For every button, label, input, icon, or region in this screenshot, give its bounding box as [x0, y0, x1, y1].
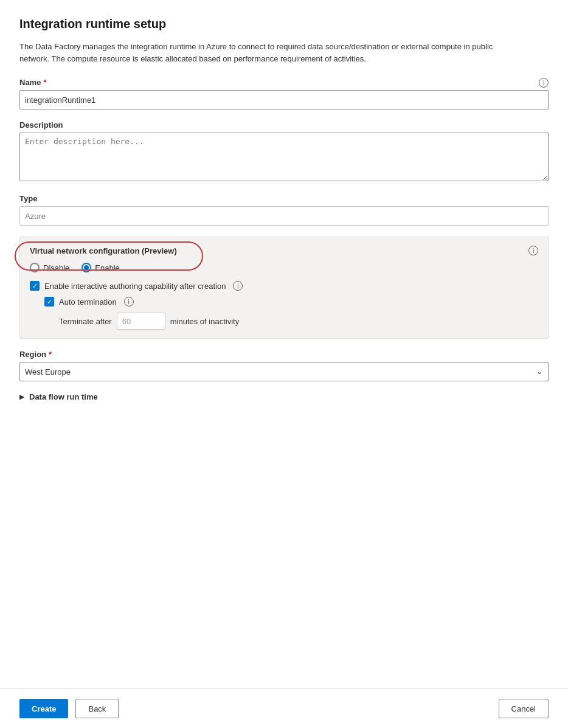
interactive-authoring-row: ✓ Enable interactive authoring capabilit…: [30, 281, 538, 291]
vnet-enable-option[interactable]: Enable: [81, 263, 119, 272]
region-select-wrapper: West Europe East US West US ⌄: [19, 362, 549, 381]
name-field-group: Name * i: [19, 78, 549, 109]
cancel-button[interactable]: Cancel: [499, 699, 549, 718]
vnet-disable-radio[interactable]: [30, 263, 40, 272]
type-input: [19, 206, 549, 226]
vnet-disable-option[interactable]: Disable: [30, 263, 69, 272]
terminate-row: Terminate after minutes of inactivity: [59, 313, 538, 330]
terminate-suffix: minutes of inactivity: [170, 317, 239, 326]
name-info-icon[interactable]: i: [539, 78, 549, 88]
vnet-enable-radio-inner: [84, 265, 89, 270]
create-button[interactable]: Create: [19, 699, 68, 718]
vnet-section: Virtual network configuration (Preview) …: [19, 237, 549, 339]
vnet-section-wrapper: Virtual network configuration (Preview) …: [19, 237, 549, 339]
vnet-disable-label: Disable: [43, 263, 69, 272]
auto-termination-check: ✓: [47, 299, 52, 305]
description-input[interactable]: [19, 133, 549, 181]
description-field-group: Description: [19, 120, 549, 183]
page-description: The Data Factory manages the integration…: [19, 41, 518, 64]
region-field-group: Region * West Europe East US West US ⌄: [19, 350, 549, 381]
page-title: Integration runtime setup: [19, 17, 549, 31]
auto-termination-info-icon[interactable]: i: [124, 297, 134, 307]
vnet-section-title: Virtual network configuration (Preview): [30, 246, 177, 255]
name-label: Name *: [19, 78, 46, 87]
region-select[interactable]: West Europe East US West US: [19, 362, 549, 381]
auto-termination-label: Auto termination: [59, 297, 117, 307]
vnet-section-header: Virtual network configuration (Preview) …: [30, 246, 538, 255]
data-flow-chevron-icon: ▶: [19, 393, 24, 400]
vnet-enable-label: Enable: [95, 263, 119, 272]
vnet-enable-radio[interactable]: [81, 263, 91, 272]
type-field-group: Type: [19, 194, 549, 226]
back-button[interactable]: Back: [75, 699, 119, 718]
terminate-input[interactable]: [117, 313, 165, 330]
auto-termination-row: ✓ Auto termination i: [44, 297, 538, 307]
interactive-authoring-checkbox[interactable]: ✓: [30, 281, 40, 291]
vnet-info-icon[interactable]: i: [528, 246, 538, 255]
type-label: Type: [19, 194, 549, 203]
interactive-authoring-info-icon[interactable]: i: [233, 281, 243, 291]
description-label: Description: [19, 120, 549, 130]
terminate-label: Terminate after: [59, 317, 112, 326]
region-label: Region *: [19, 350, 549, 359]
interactive-authoring-label: Enable interactive authoring capability …: [44, 282, 226, 291]
data-flow-label: Data flow run time: [29, 392, 98, 401]
interactive-authoring-check: ✓: [32, 283, 38, 289]
auto-termination-checkbox[interactable]: ✓: [44, 297, 54, 307]
region-required-star: *: [49, 350, 52, 359]
name-required-star: *: [43, 78, 46, 87]
vnet-radio-group: Disable Enable: [30, 263, 538, 272]
footer: Create Back Cancel: [0, 688, 568, 728]
data-flow-row[interactable]: ▶ Data flow run time: [19, 392, 549, 401]
name-input[interactable]: [19, 90, 549, 109]
